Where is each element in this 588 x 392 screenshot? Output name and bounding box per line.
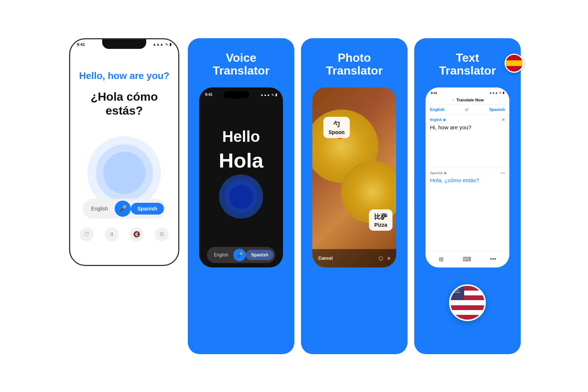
- panel-text: Text Translator 9:41 ▲▲▲ ∿ ▮ ← Translate…: [414, 38, 521, 354]
- voice-mic-btn[interactable]: 🎤: [233, 249, 246, 261]
- lang-spanish-btn[interactable]: Spanish: [131, 203, 164, 215]
- text-status-bar: 9:41 ▲▲▲ ∿ ▮: [426, 87, 509, 96]
- text-signal-icon: ▲▲▲: [489, 91, 498, 94]
- text-lang-to[interactable]: Spanish: [489, 107, 505, 112]
- pizza-translation-tag: 比萨 Pizza: [369, 209, 392, 231]
- lang-english-btn[interactable]: English: [85, 203, 115, 215]
- voice-lang-selector[interactable]: English 🎤 Spanish: [207, 247, 275, 263]
- inner-wifi-icon: ∿: [271, 93, 274, 97]
- text-status-icons: ▲▲▲ ∿ ▮: [489, 91, 504, 94]
- text-bottom-bar: ⊞ ⌨ •••: [426, 251, 509, 267]
- phone-frame-main: 9:41 ▲▲▲ ∿ ▮ Hello, how are you? ¿Hola c…: [69, 38, 179, 266]
- text-time: 9:41: [431, 91, 437, 95]
- spoon-english: Spoon: [329, 129, 345, 135]
- keyboard-layout-icon[interactable]: ⊞: [439, 256, 444, 263]
- photo-bottom-bar: Cancel ⬡ ≡: [312, 249, 396, 267]
- translate-now-header: ← Translate Now: [426, 96, 509, 105]
- status-icons: ▲▲▲ ∿ ▮: [153, 42, 172, 46]
- flag-usa-stars: ★★★★★★★★★★★★★★★★★: [451, 287, 464, 293]
- pause-button[interactable]: ⏸: [105, 227, 119, 241]
- text-lang-from[interactable]: English: [430, 107, 445, 112]
- keyboard-icon[interactable]: ⌨: [463, 256, 471, 263]
- inner-pill-voice: [223, 91, 249, 98]
- cancel-button-photo[interactable]: Cancel: [318, 256, 333, 261]
- swap-icon[interactable]: ⇄: [465, 107, 469, 112]
- signal-icon: ▲▲▲: [153, 42, 164, 46]
- inner-bars-icon: ▲▲▲: [260, 93, 270, 97]
- panel-voice: Voice Translator 9:41 ▲▲▲ ∿ ▮ Hello Hola: [188, 38, 294, 354]
- voice-circle-3: [229, 185, 253, 209]
- voice-lang-bar: English 🎤 Spanish: [199, 242, 283, 267]
- pizza-background: [312, 87, 396, 267]
- voice-content: Hello Hola: [199, 101, 283, 242]
- history-button[interactable]: ⏱: [80, 227, 94, 241]
- output-lang-label: Spanish ▶ •••: [430, 171, 505, 175]
- phone-content-main: Hello, how are you? ¿Hola cómo estás? En…: [70, 47, 178, 265]
- mic-button-main[interactable]: 🎤: [115, 201, 131, 217]
- panel-voice-title: Voice Translator: [213, 51, 270, 77]
- input-text[interactable]: Hi, how are you?: [430, 124, 505, 131]
- spoon-translation-tag: 勺 Spoon: [323, 117, 350, 138]
- voice-ripple: [212, 178, 270, 215]
- status-time: 9:41: [77, 42, 85, 47]
- phone-frame-voice: 9:41 ▲▲▲ ∿ ▮ Hello Hola Engli: [199, 87, 283, 267]
- voice-lang-right[interactable]: Spanish: [246, 250, 273, 260]
- lang-selector-main[interactable]: English 🎤 Spanish: [83, 199, 166, 219]
- play-icon-output[interactable]: ▶: [444, 171, 447, 175]
- text-battery-icon: ▮: [503, 91, 504, 94]
- hola-text: ¿Hola cómo estás?: [78, 90, 171, 118]
- output-text: Hola, ¿cómo estás?: [430, 177, 505, 184]
- more-icon[interactable]: •••: [501, 171, 505, 175]
- close-input-icon[interactable]: ✕: [502, 118, 505, 122]
- text-input-area: English ▶ ✕ Hi, how are you?: [426, 115, 509, 168]
- inner-battery-icon: ▮: [275, 93, 277, 97]
- wifi-icon: ∿: [165, 42, 168, 46]
- flag-spain: [505, 54, 524, 73]
- spoon-chinese: 勺: [333, 120, 340, 129]
- status-bar-main: 9:41 ▲▲▲ ∿ ▮: [70, 39, 178, 47]
- pizza-chinese: 比萨: [374, 212, 387, 221]
- main-container: 9:41 ▲▲▲ ∿ ▮ Hello, how are you? ¿Hola c…: [22, 20, 566, 373]
- text-output-area: Spanish ▶ ••• Hola, ¿cómo estás?: [426, 168, 509, 221]
- panel-text-title: Text Translator: [439, 51, 496, 77]
- text-wifi-icon: ∿: [499, 91, 502, 94]
- inner-status-voice: 9:41 ▲▲▲ ∿ ▮: [199, 87, 283, 101]
- play-icon-input[interactable]: ▶: [444, 118, 446, 122]
- back-icon[interactable]: ←: [451, 98, 455, 102]
- pizza-visual: 勺 Spoon 比萨 Pizza Cancel ⬡ ≡: [312, 87, 396, 267]
- panel-main: 9:41 ▲▲▲ ∿ ▮ Hello, how are you? ¿Hola c…: [67, 38, 181, 354]
- panel-photo-title: Photo Translator: [326, 51, 383, 77]
- phone-frame-text: 9:41 ▲▲▲ ∿ ▮ ← Translate Now English ⇄ S…: [426, 87, 509, 267]
- bottom-controls: ⏱ ⏸ 🔇 ⚙: [80, 227, 169, 241]
- pizza-english: Pizza: [374, 222, 387, 228]
- camera-icon[interactable]: ⬡: [379, 255, 383, 261]
- text-lang-bar: English ⇄ Spanish: [426, 105, 509, 115]
- settings-button[interactable]: ⚙: [155, 227, 169, 241]
- menu-icon[interactable]: ≡: [387, 255, 390, 261]
- phone-frame-photo: 9:41 ▲▲▲ ∿ ▮ 勺 Spoon 比萨 Pizza: [312, 87, 396, 267]
- voice-lang-left[interactable]: English: [209, 250, 233, 260]
- input-lang-label: English ▶ ✕: [430, 118, 505, 122]
- battery-icon: ▮: [169, 42, 172, 46]
- hello-text: Hello, how are you?: [79, 70, 169, 82]
- voice-hola: Hola: [219, 148, 263, 172]
- more-options-icon[interactable]: •••: [490, 256, 496, 262]
- flag-usa: ★★★★★★★★★★★★★★★★★: [449, 284, 486, 321]
- voice-hello: Hello: [222, 128, 260, 145]
- ripple-ring-3: [103, 152, 146, 194]
- inner-signal-voice: ▲▲▲ ∿ ▮: [260, 93, 277, 97]
- mute-button[interactable]: 🔇: [130, 227, 144, 241]
- translate-now-label: Translate Now: [456, 98, 484, 102]
- inner-time-voice: 9:41: [205, 93, 212, 97]
- photo-icons: ⬡ ≡: [379, 255, 390, 261]
- panel-photo: Photo Translator 9:41 ▲▲▲ ∿ ▮ 勺 Spoon: [301, 38, 408, 354]
